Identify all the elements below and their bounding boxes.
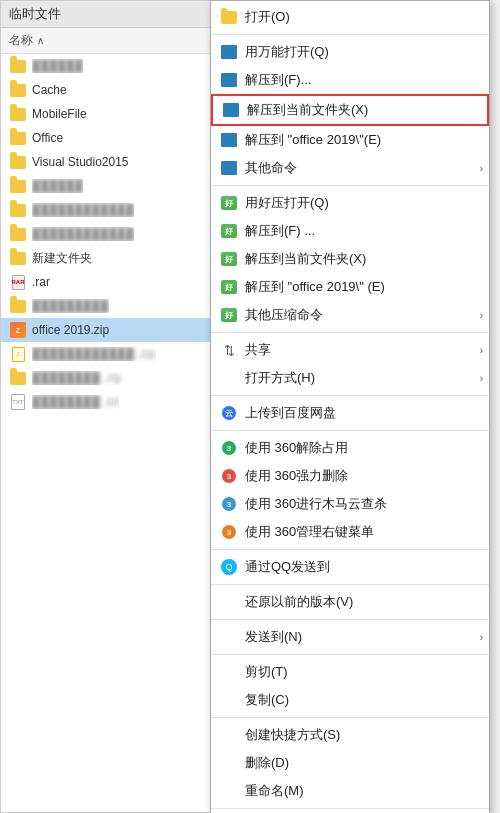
no-icon (219, 755, 239, 771)
list-item[interactable]: TXT ████████ .txt (1, 390, 214, 414)
menu-item-cut[interactable]: 剪切(T) (211, 658, 489, 686)
winrar-icon (221, 102, 241, 118)
list-item[interactable]: ████████████ (1, 222, 214, 246)
column-header: 名称 ∧ (1, 28, 214, 54)
separator (211, 185, 489, 186)
list-item[interactable]: 新建文件夹 (1, 246, 214, 270)
list-item[interactable]: Office (1, 126, 214, 150)
menu-item-copy[interactable]: 复制(C) (211, 686, 489, 714)
menu-item-share[interactable]: ⇅ 共享 › (211, 336, 489, 364)
no-icon (219, 692, 239, 708)
separator (211, 717, 489, 718)
submenu-arrow: › (480, 163, 483, 174)
no-icon (219, 594, 239, 610)
no-icon (219, 727, 239, 743)
menu-item-haozip-other[interactable]: 好 其他压缩命令 › (211, 301, 489, 329)
360-icon: 3 (219, 524, 239, 540)
haozip-icon: 好 (219, 251, 239, 267)
list-item[interactable]: ██████ (1, 174, 214, 198)
menu-item-haozip-open[interactable]: 好 用好压打开(Q) (211, 189, 489, 217)
baidu-icon: 云 (219, 405, 239, 421)
menu-item-extract-folder[interactable]: 解压到 "office 2019\"(E) (211, 126, 489, 154)
menu-item-rename[interactable]: 重命名(M) (211, 777, 489, 805)
separator (211, 549, 489, 550)
folder-icon (9, 202, 27, 218)
rar-icon: RAR (9, 274, 27, 290)
menu-item-360-scan[interactable]: 3 使用 360进行木马云查杀 (211, 490, 489, 518)
haozip-icon: 好 (219, 195, 239, 211)
menu-item-360-menu[interactable]: 3 使用 360管理右键菜单 (211, 518, 489, 546)
txt-icon: TXT (9, 394, 27, 410)
menu-item-open[interactable]: 打开(O) (211, 3, 489, 31)
list-item[interactable]: Z ████████████ .zip (1, 342, 214, 366)
menu-item-open-with-app[interactable]: 打开方式(H) › (211, 364, 489, 392)
file-list: ██████ Cache MobileFile Office Visual St… (1, 54, 214, 414)
menu-item-extract-to[interactable]: 解压到(F)... (211, 66, 489, 94)
list-item[interactable]: Cache (1, 78, 214, 102)
winrar-icon (219, 44, 239, 60)
qq-icon: Q (219, 559, 239, 575)
folder-icon (9, 82, 27, 98)
list-item[interactable]: ████████████ (1, 198, 214, 222)
menu-item-restore[interactable]: 还原以前的版本(V) (211, 588, 489, 616)
folder-icon (9, 298, 27, 314)
folder-icon (9, 226, 27, 242)
separator (211, 619, 489, 620)
list-item-selected[interactable]: Z office 2019.zip (1, 318, 214, 342)
menu-item-360-delete[interactable]: 3 使用 360强力删除 (211, 462, 489, 490)
list-item[interactable]: RAR .rar (1, 270, 214, 294)
zip-icon: Z (9, 322, 27, 338)
submenu-arrow: › (480, 373, 483, 384)
file-explorer: 临时文件 名称 ∧ ██████ Cache MobileFile Office… (0, 0, 215, 813)
folder-icon (9, 58, 27, 74)
no-icon (219, 370, 239, 386)
menu-item-open-with[interactable]: 用万能打开(Q) (211, 38, 489, 66)
menu-item-haozip-here[interactable]: 好 解压到当前文件夹(X) (211, 245, 489, 273)
separator (211, 332, 489, 333)
haozip-icon: 好 (219, 279, 239, 295)
header-label: 临时文件 (9, 6, 61, 21)
menu-item-shortcut[interactable]: 创建快捷方式(S) (211, 721, 489, 749)
list-item[interactable]: ████████ .zip (1, 366, 214, 390)
separator (211, 430, 489, 431)
menu-item-send-to[interactable]: 发送到(N) › (211, 623, 489, 651)
no-icon (219, 664, 239, 680)
submenu-arrow: › (480, 310, 483, 321)
open-icon (219, 9, 239, 25)
menu-item-qq-send[interactable]: Q 通过QQ发送到 (211, 553, 489, 581)
separator (211, 808, 489, 809)
list-item[interactable]: MobileFile (1, 102, 214, 126)
list-item[interactable]: █████████ (1, 294, 214, 318)
separator (211, 395, 489, 396)
submenu-arrow: › (480, 345, 483, 356)
folder-icon (9, 154, 27, 170)
no-icon (219, 783, 239, 799)
separator (211, 584, 489, 585)
list-item[interactable]: Visual Studio2015 (1, 150, 214, 174)
zip-icon: Z (9, 346, 27, 362)
360-icon: 3 (219, 468, 239, 484)
list-item[interactable]: ██████ (1, 54, 214, 78)
menu-item-other-cmd[interactable]: 其他命令 › (211, 154, 489, 182)
menu-item-delete[interactable]: 删除(D) (211, 749, 489, 777)
no-icon (219, 629, 239, 645)
submenu-arrow: › (480, 632, 483, 643)
folder-icon (9, 106, 27, 122)
context-menu: 打开(O) 用万能打开(Q) 解压到(F)... 解压到当前文件夹(X) 解压到… (210, 0, 490, 813)
explorer-header: 临时文件 (1, 1, 214, 28)
winrar-icon (219, 132, 239, 148)
folder-icon (9, 370, 27, 386)
separator (211, 654, 489, 655)
360-icon: 3 (219, 496, 239, 512)
folder-icon (9, 250, 27, 266)
menu-item-haozip-extract[interactable]: 好 解压到(F) ... (211, 217, 489, 245)
menu-item-baidu[interactable]: 云 上传到百度网盘 (211, 399, 489, 427)
menu-item-extract-here[interactable]: 解压到当前文件夹(X) (211, 94, 489, 126)
winrar-icon (219, 160, 239, 176)
menu-item-haozip-folder[interactable]: 好 解压到 "office 2019\" (E) (211, 273, 489, 301)
separator (211, 34, 489, 35)
haozip-icon: 好 (219, 223, 239, 239)
menu-item-360-occupy[interactable]: 3 使用 360解除占用 (211, 434, 489, 462)
winrar-icon (219, 72, 239, 88)
sort-arrow: ∧ (37, 35, 44, 46)
